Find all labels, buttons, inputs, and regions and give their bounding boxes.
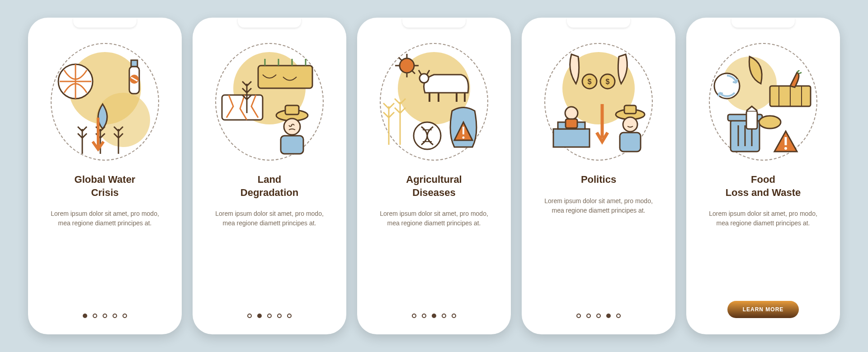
wheat-icon: [238, 75, 256, 115]
farmer-icon: [269, 102, 315, 156]
phone-notch: [567, 18, 630, 28]
recycle-icon: [711, 70, 743, 102]
screen-title: Land Degradation: [241, 173, 298, 199]
svg-line-15: [399, 57, 402, 61]
onboarding-screen-politics: $$ Politics Lorem ipsum dolor sit amet, …: [522, 18, 675, 334]
onboarding-screen-agricultural-diseases: Agricultural Diseases Lorem ipsum dolor …: [357, 18, 511, 334]
illustration-agricultural-diseases: [380, 43, 488, 161]
screen-description: Lorem ipsum dolor sit amet, pro modo, me…: [46, 209, 164, 228]
dot-1[interactable]: [412, 314, 416, 318]
svg-rect-35: [620, 133, 641, 152]
pagination-dots: [412, 314, 456, 318]
phone-notch: [238, 18, 301, 28]
onboarding-screen-food-waste: Food Loss and Waste Lorem ipsum dolor si…: [686, 18, 840, 334]
svg-point-34: [623, 117, 637, 132]
dot-2[interactable]: [93, 314, 97, 318]
dot-3[interactable]: [103, 314, 107, 318]
illustration-politics: $$: [544, 43, 653, 161]
dot-1[interactable]: [247, 314, 252, 318]
dot-4[interactable]: [442, 314, 446, 318]
dna-icon: [411, 120, 443, 152]
bottle-icon: [123, 57, 146, 97]
dot-2[interactable]: [422, 314, 426, 318]
cow-icon: [411, 61, 475, 106]
screen-title: Food Loss and Waste: [726, 173, 801, 199]
soil-roots-icon: [256, 57, 315, 93]
phone-notch: [731, 18, 795, 28]
svg-point-8: [284, 119, 300, 135]
milk-bread-icon: [743, 104, 783, 131]
svg-point-50: [759, 116, 781, 128]
screen-description: Lorem ipsum dolor sit amet, pro modo, me…: [540, 196, 657, 215]
pagination-dots: [576, 314, 621, 318]
farmer-icon: [610, 102, 651, 156]
illustration-land-degradation: [215, 43, 324, 161]
dot-5[interactable]: [616, 314, 621, 318]
screen-description: Lorem ipsum dolor sit amet, pro modo, me…: [211, 209, 328, 228]
dot-4[interactable]: [606, 314, 611, 318]
globe-icon: [55, 61, 96, 102]
learn-more-button[interactable]: LEARN MORE: [727, 301, 799, 318]
illustration-food-waste: [709, 43, 817, 161]
onboarding-screen-land-degradation: Land Degradation Lorem ipsum dolor sit a…: [193, 18, 346, 334]
grain-sack-warning-icon: [443, 102, 484, 152]
svg-rect-28: [553, 129, 590, 147]
dot-5[interactable]: [452, 314, 456, 318]
svg-rect-33: [624, 105, 636, 114]
dot-5[interactable]: [287, 314, 292, 318]
svg-rect-2: [131, 60, 137, 67]
svg-text:$: $: [606, 78, 610, 86]
arrow-down-icon: [89, 115, 107, 156]
dot-2[interactable]: [586, 314, 591, 318]
phone-notch: [402, 18, 466, 28]
svg-text:$: $: [588, 78, 592, 86]
dot-1[interactable]: [576, 314, 581, 318]
dot-4[interactable]: [113, 314, 117, 318]
phone-notch: [73, 18, 137, 28]
svg-rect-7: [285, 105, 299, 114]
dot-3[interactable]: [596, 314, 601, 318]
dot-2[interactable]: [257, 314, 262, 318]
screen-description: Lorem ipsum dolor sit amet, pro modo, me…: [375, 209, 493, 228]
illustration-water-crisis: [51, 43, 159, 161]
dot-4[interactable]: [277, 314, 282, 318]
warning-icon: [772, 129, 799, 154]
svg-point-17: [420, 74, 429, 83]
hands-coins-icon: $$: [562, 52, 635, 93]
svg-rect-9: [281, 136, 303, 154]
svg-point-30: [565, 107, 578, 119]
screen-title: Agricultural Diseases: [406, 173, 462, 199]
dot-5[interactable]: [123, 314, 127, 318]
pagination-dots: [83, 314, 127, 318]
screen-title: Global Water Crisis: [75, 173, 136, 199]
pagination-dots: [247, 314, 292, 318]
dot-3[interactable]: [267, 314, 272, 318]
dot-1[interactable]: [83, 314, 87, 318]
svg-point-23: [462, 137, 465, 139]
arrow-down-icon: [594, 102, 610, 147]
svg-rect-49: [746, 111, 757, 129]
onboarding-screen-water-crisis: Global Water Crisis Lorem ipsum dolor si…: [28, 18, 182, 334]
svg-point-48: [784, 147, 787, 150]
screen-title: Politics: [581, 173, 616, 186]
svg-rect-31: [566, 119, 577, 128]
dot-3[interactable]: [432, 314, 436, 318]
wheat-bundle-icon: [380, 88, 416, 147]
screen-description: Lorem ipsum dolor sit amet, pro modo, me…: [704, 209, 822, 228]
podium-speaker-icon: [547, 97, 596, 152]
